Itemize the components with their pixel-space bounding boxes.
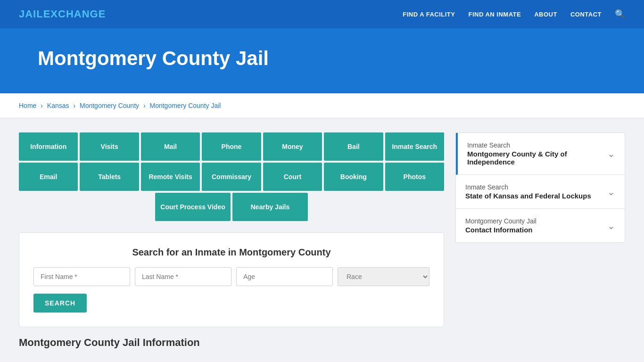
sidebar-item-contact-info[interactable]: Montgomery County Jail Contact Informati… xyxy=(456,209,625,242)
tab-row-2: Email Tablets Remote Visits Commissary C… xyxy=(19,163,444,191)
nav-about[interactable]: ABOUT xyxy=(534,11,557,18)
logo-part1: JAIL xyxy=(19,8,43,20)
logo-part2: EXCHANGE xyxy=(43,8,106,20)
tab-tablets[interactable]: Tablets xyxy=(80,163,139,191)
tab-bail[interactable]: Bail xyxy=(324,132,383,161)
header: JAILEXCHANGE FIND A FACILITY FIND AN INM… xyxy=(0,0,644,28)
chevron-down-icon-3: ⌄ xyxy=(607,220,615,231)
tab-nearby-jails[interactable]: Nearby Jails xyxy=(232,193,308,221)
tab-information[interactable]: Information xyxy=(19,132,78,161)
sidebar-sublabel-2: State of Kansas and Federal Lockups xyxy=(465,192,591,200)
breadcrumb-kansas[interactable]: Kansas xyxy=(47,102,69,109)
tab-booking[interactable]: Booking xyxy=(324,163,383,191)
breadcrumb-current[interactable]: Montgomery County Jail xyxy=(149,102,221,109)
search-fields: Race White Black Hispanic Asian Other xyxy=(33,267,429,286)
last-name-input[interactable] xyxy=(135,267,231,286)
race-select[interactable]: Race White Black Hispanic Asian Other xyxy=(338,267,429,286)
page-title: Montgomery County Jail xyxy=(38,47,606,70)
tab-money[interactable]: Money xyxy=(263,132,322,161)
tab-visits[interactable]: Visits xyxy=(80,132,139,161)
sidebar-label-2: Inmate Search xyxy=(465,183,591,191)
sidebar-card: Inmate Search Montgomery County & City o… xyxy=(455,132,625,243)
sidebar-item-inmate-search-montgomery[interactable]: Inmate Search Montgomery County & City o… xyxy=(456,133,625,175)
main-nav: FIND A FACILITY FIND AN INMATE ABOUT CON… xyxy=(403,9,625,19)
search-button[interactable]: SEARCH xyxy=(33,294,87,313)
sidebar-label-1: Inmate Search xyxy=(467,141,607,149)
breadcrumb-home[interactable]: Home xyxy=(19,102,36,109)
sidebar-sublabel-1: Montgomery County & City of Independence xyxy=(467,150,607,166)
tab-court[interactable]: Court xyxy=(263,163,322,191)
sidebar-item-inmate-search-kansas[interactable]: Inmate Search State of Kansas and Federa… xyxy=(456,175,625,209)
main-layout: Information Visits Mail Phone Money Bail… xyxy=(0,118,644,362)
tab-row-3: Court Process Video Nearby Jails xyxy=(19,193,444,221)
tab-phone[interactable]: Phone xyxy=(202,132,261,161)
chevron-down-icon-2: ⌄ xyxy=(607,186,615,197)
tab-court-process-video[interactable]: Court Process Video xyxy=(155,193,231,221)
sidebar-item-text-2: Inmate Search State of Kansas and Federa… xyxy=(465,183,591,200)
breadcrumb-montgomery-county[interactable]: Montgomery County xyxy=(80,102,139,109)
logo[interactable]: JAILEXCHANGE xyxy=(19,8,106,20)
tab-row-1: Information Visits Mail Phone Money Bail… xyxy=(19,132,444,161)
left-column: Information Visits Mail Phone Money Bail… xyxy=(19,132,444,349)
search-title: Search for an Inmate in Montgomery Count… xyxy=(33,247,429,258)
sidebar-sublabel-3: Contact Information xyxy=(465,226,537,234)
search-icon-button[interactable]: 🔍 xyxy=(615,9,625,19)
chevron-down-icon-1: ⌄ xyxy=(607,148,615,159)
breadcrumb-sep-2: › xyxy=(73,102,77,109)
tab-email[interactable]: Email xyxy=(19,163,78,191)
breadcrumb-sep-1: › xyxy=(41,102,45,109)
tab-remote-visits[interactable]: Remote Visits xyxy=(141,163,200,191)
nav-find-inmate[interactable]: FIND AN INMATE xyxy=(468,11,521,18)
section-title: Montgomery County Jail Information xyxy=(19,337,444,349)
first-name-input[interactable] xyxy=(33,267,130,286)
sidebar-item-text-3: Montgomery County Jail Contact Informati… xyxy=(465,217,537,234)
search-box: Search for an Inmate in Montgomery Count… xyxy=(19,232,444,327)
right-sidebar: Inmate Search Montgomery County & City o… xyxy=(455,132,625,243)
tab-commissary[interactable]: Commissary xyxy=(202,163,261,191)
breadcrumb: Home › Kansas › Montgomery County › Mont… xyxy=(0,93,644,118)
nav-contact[interactable]: CONTACT xyxy=(570,11,602,18)
tab-photos[interactable]: Photos xyxy=(385,163,444,191)
nav-find-facility[interactable]: FIND A FACILITY xyxy=(403,11,455,18)
tab-inmate-search[interactable]: Inmate Search xyxy=(385,132,444,161)
hero-section: Montgomery County Jail xyxy=(0,28,644,93)
breadcrumb-sep-3: › xyxy=(143,102,148,109)
age-input[interactable] xyxy=(236,267,333,286)
sidebar-item-text-1: Inmate Search Montgomery County & City o… xyxy=(467,141,607,166)
tab-mail[interactable]: Mail xyxy=(141,132,200,161)
sidebar-label-3: Montgomery County Jail xyxy=(465,217,537,225)
